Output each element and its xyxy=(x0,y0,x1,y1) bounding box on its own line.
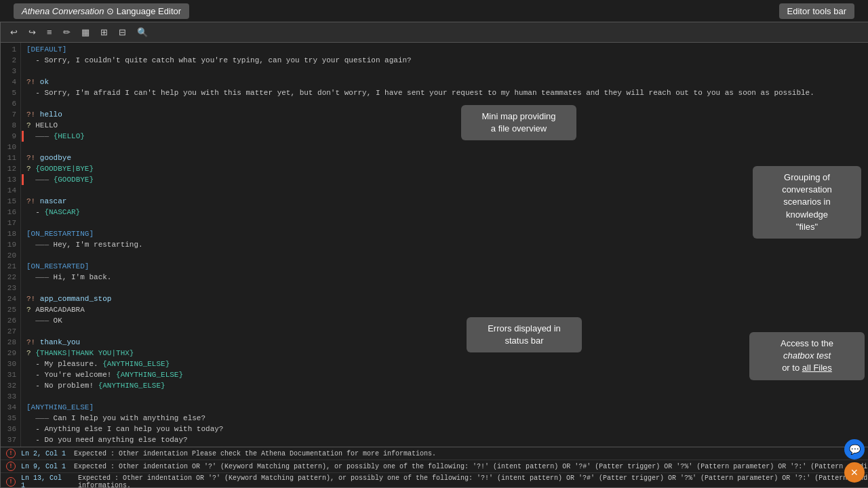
code-line-37: - Do you need anything else today? xyxy=(26,434,868,445)
code-line-6 xyxy=(26,98,868,109)
code-line-23 xyxy=(26,283,868,293)
code-line-7: ?! hello xyxy=(26,109,868,120)
status-message: Expected : Other indentation Please chec… xyxy=(74,450,436,458)
code-line-35: ——— Can I help you with anything else? xyxy=(26,413,868,424)
status-item: ! Ln 9, Col 1 Expected : Other indentati… xyxy=(1,460,868,473)
code-line-1: [DEFAULT] xyxy=(26,44,868,55)
code-line-22: ——— Hi, I'm back. xyxy=(26,272,868,283)
code-line-16: - {NASCAR} xyxy=(26,207,868,218)
add-button[interactable]: ⊞ xyxy=(96,25,112,39)
code-line-11: ?! goodbye xyxy=(26,152,868,163)
editor-tools-label: Editor tools bar xyxy=(779,3,854,19)
code-line-34: [ANYTHING_ELSE] xyxy=(26,402,868,413)
error-icon: ! xyxy=(6,477,16,487)
code-line-13: ——— {GOODBYE} xyxy=(22,174,868,185)
code-line-19: ——— Hey, I'm restarting. xyxy=(26,239,868,250)
redo-button[interactable]: ↪ xyxy=(24,25,40,39)
status-bar: ! Ln 2, Col 1 Expected : Other indentati… xyxy=(1,447,868,487)
code-line-33 xyxy=(26,391,868,402)
app-subtitle: Language Editor xyxy=(117,6,181,16)
main-container: ↩ ↪ ≡ ✏ ▦ ⊞ ⊟ 🔍 QUIT WITHOUT SAVING SAVE… xyxy=(0,22,868,488)
app-title-label: Athena Conversation ⊙ Language Editor xyxy=(14,3,189,19)
remove-button[interactable]: ⊟ xyxy=(115,25,130,39)
app-title-italic: Athena Conversation xyxy=(22,6,104,16)
code-line-8: ? HELLO xyxy=(26,120,868,131)
editor-toolbar: ↩ ↪ ≡ ✏ ▦ ⊞ ⊟ 🔍 QUIT WITHOUT SAVING SAVE xyxy=(1,22,868,43)
code-line-21: [ON_RESTARTED] xyxy=(26,261,868,272)
code-line-20 xyxy=(26,250,868,261)
table-button[interactable]: ▦ xyxy=(77,25,94,39)
status-location: Ln 13, Col 1 xyxy=(21,474,70,487)
status-location: Ln 9, Col 1 xyxy=(21,463,66,470)
code-line-27 xyxy=(26,326,868,337)
status-message: Expected : Other indentation OR '?' (Key… xyxy=(74,463,868,470)
format-button[interactable]: ≡ xyxy=(43,25,56,39)
error-icon: ! xyxy=(6,449,16,458)
search-button[interactable]: 🔍 xyxy=(133,25,152,39)
code-line-10 xyxy=(26,142,868,152)
code-line-12: ? {GOODBYE|BYE} xyxy=(26,163,868,174)
code-line-26: ——— OK xyxy=(26,315,868,326)
code-line-38: ?! yes xyxy=(26,445,868,447)
code-line-29: ? {THANKS|THANK YOU|THX} xyxy=(26,348,868,359)
code-line-36: - Anything else I can help you with toda… xyxy=(26,424,868,434)
code-line-15: ?! nascar xyxy=(26,196,868,207)
editor-content: 1234567891011121314151617181920212223242… xyxy=(1,43,868,447)
code-line-28: ?! thank_you xyxy=(26,337,868,348)
status-item: ! Ln 13, Col 1 Expected : Other indentat… xyxy=(1,473,868,487)
code-line-2: - Sorry, I couldn't quite catch what you… xyxy=(26,55,868,66)
code-line-17 xyxy=(26,218,868,228)
all-files-button[interactable]: ✕ xyxy=(844,462,865,483)
code-area[interactable]: [DEFAULT] - Sorry, I couldn't quite catc… xyxy=(21,43,868,447)
edit-button[interactable]: ✏ xyxy=(59,25,75,39)
undo-button[interactable]: ↩ xyxy=(6,25,22,39)
chatbox-test-button[interactable]: 💬 xyxy=(844,439,865,460)
error-icon: ! xyxy=(6,462,16,471)
status-message: Expected : Other indentation OR '?' (Key… xyxy=(78,474,868,487)
line-numbers: 1234567891011121314151617181920212223242… xyxy=(1,43,21,447)
chatbox-icons: 💬 ✕ xyxy=(844,439,865,483)
status-location: Ln 2, Col 1 xyxy=(21,450,66,458)
code-line-24: ?! app_command_stop xyxy=(26,293,868,304)
status-item: ! Ln 2, Col 1 Expected : Other indentati… xyxy=(1,447,868,460)
code-line-3 xyxy=(26,66,868,77)
editor-area: ↩ ↪ ≡ ✏ ▦ ⊞ ⊟ 🔍 QUIT WITHOUT SAVING SAVE… xyxy=(0,22,868,488)
code-line-5: - Sorry, I'm afraid I can't help you wit… xyxy=(26,87,868,98)
code-line-31: - You're welcome! {ANYTHING_ELSE} xyxy=(26,369,868,380)
top-annotation-bar: Athena Conversation ⊙ Language Editor Ed… xyxy=(0,0,868,22)
code-line-25: ? ABRACADABRA xyxy=(26,304,868,315)
code-line-32: - No problem! {ANYTHING_ELSE} xyxy=(26,380,868,391)
code-line-4: ?! ok xyxy=(26,77,868,87)
code-line-14 xyxy=(26,185,868,196)
code-line-9: ——— {HELLO} xyxy=(22,131,868,142)
code-line-30: - My pleasure. {ANYTHING_ELSE} xyxy=(26,359,868,369)
code-line-18: [ON_RESTARTING] xyxy=(26,228,868,239)
